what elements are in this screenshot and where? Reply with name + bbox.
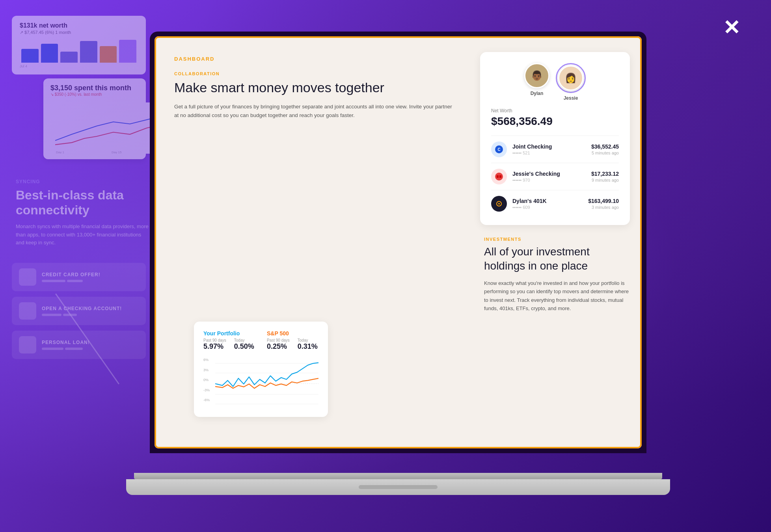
laptop-screen-outer: DASHBOARD COLLABORATION Make smart money… [150,32,646,453]
screen-left-panel: DASHBOARD COLLABORATION Make smart money… [155,36,476,448]
account-name-jessie: Jessie's Checking [512,171,586,177]
account-icon-joint: C [491,141,507,157]
net-worth-bg-card: $131k net worth ↗ $7,457.45 (6%) 1 month… [12,16,146,74]
account-time-jessie: 9 minutes ago [591,178,619,182]
offer-icon-2 [19,302,36,320]
offer-bar-e [42,348,63,350]
account-info-dylan401k: Dylan's 401K •••••• 609 [512,198,583,210]
net-worth-label: Net Worth [491,108,619,113]
avatars-row: 👨🏾 Dylan 👩 Jessie [491,63,619,101]
offer-bars-3 [42,348,139,350]
account-icon-dylan401k [491,196,507,212]
avatar-dylan-name: Dylan [531,91,544,96]
sp-past90-label: Past 90 days [267,338,290,342]
svg-rect-9 [499,175,501,178]
account-amount-joint: $36,552.45 [591,143,619,150]
portfolio-sp-col: S&P 500 Past 90 days 0.25% Today 0.31% [267,330,318,351]
your-today-value: 0.50% [234,342,254,351]
offer-bars-1 [42,280,139,282]
offer-bar-f [65,348,83,350]
laptop-wrapper: DASHBOARD COLLABORATION Make smart money… [126,32,670,504]
portfolio-chart-svg [215,356,318,411]
fund-icon [495,199,503,208]
your-past90: Past 90 days 5.97% [203,338,226,351]
chase-icon: C [495,145,503,154]
sp-today: Today 0.31% [298,338,318,351]
avatar-jessie-circle: 👩 [558,65,583,91]
offer-bars-2 [42,314,139,316]
offer-icon-3 [19,336,36,353]
sp-today-value: 0.31% [298,342,318,351]
collaboration-tag: COLLABORATION [174,71,456,76]
account-row-joint: C Joint Checking •••••• 521 $36,552.45 5… [491,136,619,163]
portfolio-card: Your Portfolio Past 90 days 5.97% Today … [194,322,328,417]
account-right-jessie: $17,233.12 9 minutes ago [591,171,619,182]
laptop-base [126,473,670,504]
screen-bottom-spacer [174,417,456,433]
offer-item-3: PERSONAL LOAN! [12,331,146,359]
bar-1 [21,49,39,63]
account-info-jessie: Jessie's Checking •••••• 970 [512,171,586,182]
offer-text-2: OPEN A CHECKING ACCOUNT! [42,306,139,316]
net-worth-amount: $568,356.49 [491,115,619,128]
account-time-dylan401k: 3 minutes ago [588,205,619,210]
avatar-dylan: 👨🏾 Dylan [524,63,549,101]
laptop-bottom [126,479,670,495]
account-icon-jessie [491,169,507,184]
offer-title-2: OPEN A CHECKING ACCOUNT! [42,306,139,311]
bofa-icon [495,172,503,181]
portfolio-your-metrics: Past 90 days 5.97% Today 0.50% [203,338,255,351]
account-num-joint: •••••• 521 [512,151,586,155]
portfolio-your-col: Your Portfolio Past 90 days 5.97% Today … [203,330,255,351]
account-num-jessie: •••••• 970 [512,178,586,182]
account-row-jessie: Jessie's Checking •••••• 970 $17,233.12 … [491,163,619,190]
avatar-jessie-name: Jessie [564,95,578,101]
offer-item-1: CREDIT CARD OFFER! [12,263,146,291]
accounts-card: 👨🏾 Dylan 👩 Jessie Net Worth [480,52,630,225]
screen-content: DASHBOARD COLLABORATION Make smart money… [155,36,642,448]
investments-desc: Know exactly what you're invested in and… [484,279,630,313]
bar-5 [100,46,117,63]
portfolio-sp-metrics: Past 90 days 0.25% Today 0.31% [267,338,318,351]
investments-heading: All of your investment holdings in one p… [484,245,630,273]
account-info-joint: Joint Checking •••••• 521 [512,143,586,155]
account-right-dylan401k: $163,499.10 3 minutes ago [588,198,619,210]
y-label-n3: -3% [203,388,215,392]
spent-bg-amount: $3,150 spent this month [50,84,139,92]
offer-text-3: PERSONAL LOAN! [42,340,139,350]
avatar-jessie: 👩 Jessie [556,63,586,101]
y-label-3: 3% [203,368,215,372]
sp-today-label: Today [298,338,318,342]
offer-bar-c [42,314,61,316]
offer-title-1: CREDIT CARD OFFER! [42,272,139,277]
offer-bar-a [42,280,65,282]
logo-icon: ✕ [723,16,739,39]
offer-bar-b [67,280,83,282]
account-row-dylan401k: Dylan's 401K •••••• 609 $163,499.10 3 mi… [491,190,619,217]
svg-point-12 [498,203,500,205]
offer-item-2: OPEN A CHECKING ACCOUNT! [12,297,146,325]
collaboration-desc: Get a full picture of your finances by b… [174,102,456,120]
account-name-dylan401k: Dylan's 401K [512,198,583,204]
collaboration-heading: Make smart money moves together [174,79,456,96]
laptop-hinge [134,473,662,479]
sp-past90: Past 90 days 0.25% [267,338,290,351]
your-past90-label: Past 90 days [203,338,226,342]
your-past90-value: 5.97% [203,342,226,351]
investments-tag: INVESTMENTS [484,237,630,242]
spent-bg-sub: ↘ $350 (-10%) vs. last month [50,92,139,97]
account-name-joint: Joint Checking [512,143,586,150]
screen-right-panel: 👨🏾 Dylan 👩 Jessie Net Worth [476,36,642,448]
portfolio-your-title: Your Portfolio [203,330,255,337]
your-today: Today 0.50% [234,338,254,351]
collaboration-section: COLLABORATION Make smart money moves tog… [174,71,456,120]
sp-past90-value: 0.25% [267,342,290,351]
investments-section: INVESTMENTS All of your investment holdi… [480,237,630,313]
your-today-label: Today [234,338,254,342]
portfolio-chart-area: 6% 3% 0% -3% -6% [203,356,318,411]
offer-icon-1 [19,268,36,286]
bar-3 [60,52,78,63]
net-worth-bg-title: $131k net worth [20,22,138,29]
y-label-n6: -6% [203,398,215,402]
chart-y-labels: 6% 3% 0% -3% -6% [203,356,215,404]
